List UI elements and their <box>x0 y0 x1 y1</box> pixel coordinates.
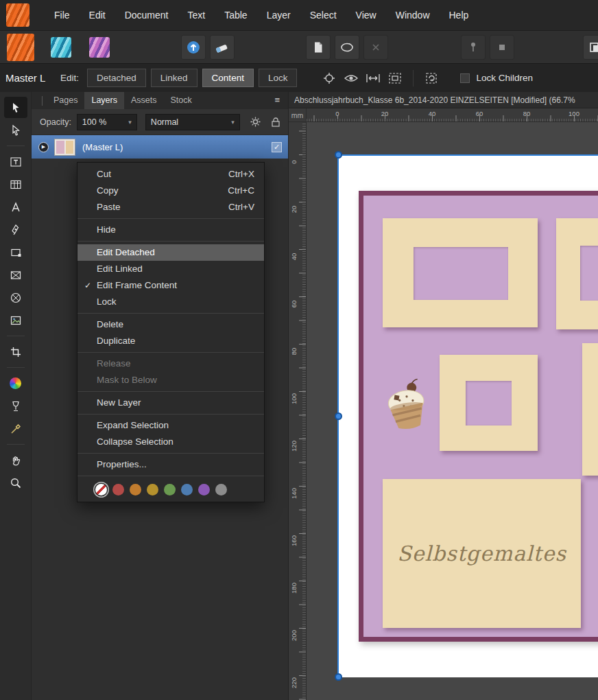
ruler-unit-label[interactable]: mm <box>289 108 307 122</box>
publisher-persona-icon[interactable] <box>7 34 34 61</box>
menu-item-collapse-selection[interactable]: Collapse Selection <box>77 434 264 450</box>
menu-select[interactable]: Select <box>300 0 346 30</box>
edit-content-toggle[interactable]: Content <box>202 69 254 87</box>
tab-stock[interactable]: Stock <box>164 92 199 109</box>
auto-scale-button[interactable] <box>181 35 206 60</box>
menu-item-lock[interactable]: Lock <box>77 294 264 310</box>
horizontal-ruler[interactable]: 0 20 40 60 80 100 <box>307 108 598 122</box>
tab-pages[interactable]: Pages <box>47 92 84 109</box>
swatch-purple[interactable] <box>198 484 210 495</box>
picture-frame-rectangle-tool[interactable] <box>4 264 27 285</box>
lock-toggle[interactable]: Lock <box>259 69 298 87</box>
lock-children-checkbox[interactable] <box>460 73 470 83</box>
menu-help[interactable]: Help <box>440 0 479 30</box>
menu-text[interactable]: Text <box>178 0 215 30</box>
shape-ellipse-button[interactable] <box>335 35 359 60</box>
picture-frame[interactable] <box>582 343 598 476</box>
frame-scale-button[interactable] <box>384 69 406 88</box>
frame-text-tool[interactable] <box>4 151 27 172</box>
swatch-red[interactable] <box>112 484 124 495</box>
menu-item-edit-frame-content[interactable]: ✓ Edit Frame Content <box>77 277 264 294</box>
move-tool[interactable] <box>4 97 27 118</box>
edit-linked-toggle[interactable]: Linked <box>151 69 198 87</box>
swatch-yellow[interactable] <box>147 484 158 495</box>
selection-handle-top-left[interactable] <box>335 151 342 159</box>
opacity-dropdown[interactable]: 100 % ▾ <box>77 114 137 130</box>
zoom-tool[interactable] <box>4 472 27 493</box>
panel-menu-icon[interactable]: ≡ <box>274 92 288 109</box>
preview-button[interactable] <box>340 69 362 88</box>
page-icon <box>311 40 325 54</box>
layer-visibility-checkbox[interactable]: ✓ <box>272 142 282 152</box>
designer-persona-icon[interactable] <box>51 37 71 58</box>
picture-frame[interactable] <box>383 218 538 327</box>
picture-frame[interactable] <box>556 218 598 329</box>
vertical-ruler[interactable]: 0 20 40 60 80 100 120 140 160 180 200 22… <box>289 122 307 700</box>
rotate-button[interactable] <box>420 69 442 88</box>
menu-item-edit-linked[interactable]: Edit Linked <box>77 261 264 277</box>
add-page-button[interactable] <box>306 35 331 60</box>
menu-item-cut[interactable]: Cut Ctrl+X <box>77 166 264 183</box>
menu-item-properties[interactable]: Properties... <box>77 456 264 473</box>
menu-document[interactable]: Document <box>115 0 178 30</box>
menu-item-copy[interactable]: Copy Ctrl+C <box>77 183 264 199</box>
chevron-down-icon: ▾ <box>128 119 132 126</box>
toolbar-separator <box>413 70 414 86</box>
menu-item-label: Expand Selection <box>97 417 169 434</box>
swatch-orange[interactable] <box>130 484 141 495</box>
layer-row-master-l[interactable]: ▶ (Master L) ✓ <box>32 135 288 159</box>
menu-table[interactable]: Table <box>215 0 256 30</box>
opacity-label: Opacity: <box>40 117 71 127</box>
layer-expand-icon[interactable]: ▶ <box>38 142 49 152</box>
edge-clipped-button[interactable] <box>583 35 598 60</box>
artistic-text-tool[interactable] <box>4 196 27 218</box>
swatch-gray[interactable] <box>215 484 227 495</box>
selection-handle-mid-left[interactable] <box>335 412 342 420</box>
menu-layer[interactable]: Layer <box>257 0 300 30</box>
h-ruler-tick: 80 <box>523 110 531 117</box>
menu-file[interactable]: File <box>45 0 80 30</box>
menu-item-hide[interactable]: Hide <box>77 222 264 238</box>
v-ruler-tick: 60 <box>290 299 300 310</box>
selection-handle-bottom-left[interactable] <box>335 673 342 681</box>
picture-frame[interactable] <box>440 355 538 451</box>
picture-frame-ellipse-tool[interactable] <box>4 287 27 308</box>
blend-mode-dropdown[interactable]: Normal ▾ <box>145 114 240 130</box>
text-frame[interactable]: Selbstgemaltes <box>383 479 581 628</box>
tab-layers[interactable]: Layers <box>84 92 124 109</box>
ice-cream-illustration[interactable] <box>378 377 435 435</box>
swatch-blue[interactable] <box>181 484 193 495</box>
table-tool[interactable] <box>4 174 27 195</box>
menu-window[interactable]: Window <box>386 0 440 30</box>
menu-item-edit-detached[interactable]: Edit Detached <box>77 244 264 261</box>
tab-assets[interactable]: Assets <box>124 92 164 109</box>
rectangle-tool[interactable] <box>4 242 27 263</box>
menu-edit[interactable]: Edit <box>80 0 115 30</box>
menu-view[interactable]: View <box>346 0 386 30</box>
swatch-none[interactable] <box>95 484 107 495</box>
layer-lock-button[interactable] <box>271 117 280 128</box>
menu-item-new-layer[interactable]: New Layer <box>77 395 264 411</box>
view-hand-tool[interactable] <box>4 450 27 471</box>
vector-crop-tool[interactable] <box>4 341 27 362</box>
menu-item-delete[interactable]: Delete <box>77 316 264 333</box>
edit-detached-toggle[interactable]: Detached <box>87 69 146 87</box>
menu-item-duplicate[interactable]: Duplicate <box>77 333 264 349</box>
place-image-tool[interactable] <box>4 310 27 331</box>
color-picker-tool[interactable] <box>4 418 27 439</box>
color-wheel-icon <box>10 377 21 389</box>
horizontal-fit-button[interactable] <box>362 69 384 88</box>
photo-persona-icon[interactable] <box>89 37 110 58</box>
eraser-button[interactable] <box>210 35 235 60</box>
menu-item-paste[interactable]: Paste Ctrl+V <box>77 199 264 215</box>
target-button[interactable] <box>318 69 340 88</box>
transparency-tool[interactable] <box>4 395 27 417</box>
color-picker-wheel-tool[interactable] <box>4 373 27 394</box>
node-tool[interactable] <box>4 119 27 141</box>
swatch-green[interactable] <box>164 484 176 495</box>
menu-item-shortcut: Ctrl+C <box>228 183 254 199</box>
pen-tool[interactable] <box>4 219 27 240</box>
layer-settings-button[interactable] <box>250 116 261 128</box>
canvas[interactable]: Selbstgemaltes <box>307 122 598 700</box>
menu-item-expand-selection[interactable]: Expand Selection <box>77 417 264 434</box>
